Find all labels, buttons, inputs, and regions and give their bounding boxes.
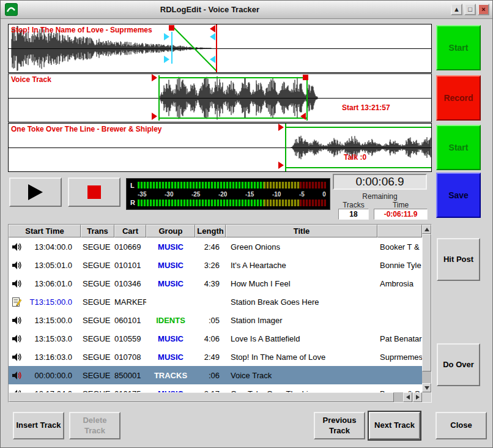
table-row[interactable]: 13:17:04.0SEGUE010175MUSIC3:17One Toke O…	[9, 384, 422, 392]
cell-title: Station Imager	[226, 316, 377, 325]
scroll-up-button[interactable]	[422, 225, 431, 234]
table-row[interactable]: T13:15:00.0SEGUEMARKERStation Break Goes…	[9, 293, 422, 311]
cell-length: 2:46	[195, 242, 226, 252]
column-header[interactable]: Group	[146, 225, 195, 237]
remaining-time-value: -0:06:11.9	[374, 209, 428, 220]
talk-end-marker[interactable]	[210, 56, 215, 63]
insert-track-button[interactable]: Insert Track	[13, 412, 64, 439]
segue-end-marker[interactable]	[210, 25, 215, 32]
voice-end-marker[interactable]	[300, 113, 306, 120]
column-header[interactable]	[377, 225, 422, 237]
talk-marker-line[interactable]	[171, 32, 172, 64]
cell-group: MUSIC	[146, 334, 195, 343]
start-track3-button[interactable]: Start	[436, 125, 481, 170]
cell-start: 13:05:01.0	[24, 261, 81, 270]
cell-group: MUSIC	[146, 353, 195, 362]
table-row[interactable]: 13:15:00.0SEGUE060101IDENTS:05Station Im…	[9, 311, 422, 329]
vertical-scrollbar[interactable]	[422, 225, 431, 392]
column-header[interactable]: Length	[195, 225, 226, 237]
cell-group: MUSIC	[146, 279, 195, 288]
horizontal-scrollbar[interactable]	[9, 392, 422, 402]
cell-trans: SEGUE	[81, 261, 114, 270]
table-row[interactable]: 13:04:00.0SEGUE010669MUSIC2:46Green Onio…	[9, 237, 422, 256]
horizontal-scrollbar-thumb[interactable]	[9, 392, 394, 402]
column-header[interactable]: Title	[226, 225, 377, 237]
voice-start-marker[interactable]	[152, 113, 157, 120]
talk-end-marker[interactable]	[210, 33, 215, 40]
table-row[interactable]: 13:06:01.0SEGUE010346MUSIC4:39How Much I…	[9, 274, 422, 293]
segue-marker-line[interactable]	[216, 24, 217, 72]
close-button[interactable]: Close	[436, 412, 487, 439]
table-row[interactable]: 00:00:00.0SEGUE850001TRACKS:06Voice Trac…	[9, 366, 422, 384]
cell-start: T13:15:00.0	[24, 297, 81, 307]
cell-trans: SEGUE	[81, 334, 114, 343]
log-list: Start TimeTransCartGroupLengthTitle 13:0…	[8, 224, 432, 403]
table-row[interactable]: 13:05:01.0SEGUE010101MUSIC3:26It's A Hea…	[9, 256, 422, 274]
cell-group: IDENTS	[146, 316, 195, 325]
table-row[interactable]: 13:16:03.0SEGUE010708MUSIC2:49Stop! In T…	[9, 348, 422, 366]
cell-cart: MARKER	[114, 297, 146, 307]
close-window-button[interactable]: ×	[478, 4, 489, 15]
next-start-line[interactable]	[285, 124, 286, 171]
stop-button[interactable]	[68, 177, 120, 207]
segue-start-marker[interactable]	[169, 25, 174, 31]
next-track-button[interactable]: Next Track	[369, 412, 420, 439]
scroll-right-button[interactable]	[413, 392, 422, 402]
remaining-tracks-label: Tracks	[338, 201, 369, 209]
cell-group: MUSIC	[146, 242, 195, 252]
column-header[interactable]: Cart	[114, 225, 146, 237]
meter-left-label: L	[130, 182, 135, 189]
column-header[interactable]: Start Time	[9, 225, 81, 237]
start-track1-button[interactable]: Start	[436, 25, 481, 70]
next-start-marker[interactable]	[278, 124, 284, 131]
cell-trans: SEGUE	[81, 279, 114, 288]
meter-right-bar	[138, 200, 326, 206]
track-panel-2[interactable]: Voice Track Start 13:21:57	[8, 73, 432, 122]
meter-scale-tick: 0	[322, 191, 326, 198]
vertical-scrollbar-thumb[interactable]	[422, 234, 431, 371]
cell-title: Station Break Goes Here	[226, 297, 377, 307]
talk-start-marker[interactable]	[164, 56, 169, 63]
previous-track-button[interactable]: Previous Track	[314, 412, 365, 439]
cell-cart: 010708	[114, 353, 146, 362]
cell-trans: SEGUE	[81, 353, 114, 362]
next-start-marker[interactable]	[278, 162, 284, 169]
voice-end-marker[interactable]	[303, 75, 308, 80]
hit-post-button[interactable]: Hit Post	[437, 238, 480, 281]
voice-start-line[interactable]	[158, 75, 160, 121]
maximize-window-button[interactable]: □	[464, 4, 476, 15]
do-over-button[interactable]: Do Over	[437, 343, 480, 386]
meter-scale-tick: -20	[218, 191, 227, 198]
scroll-down-button[interactable]	[422, 383, 431, 392]
scroll-left-button[interactable]	[403, 392, 412, 402]
right-arrow-icon	[416, 395, 420, 400]
track2-midline	[9, 98, 431, 99]
speaker-icon	[9, 278, 24, 289]
save-button[interactable]: Save	[436, 173, 481, 218]
voice-end-line[interactable]	[306, 75, 308, 121]
record-button[interactable]: Record	[436, 75, 481, 121]
track1-title: Stop! In The Name of Love - Suprmemes	[11, 26, 152, 34]
column-header[interactable]: Trans	[81, 225, 114, 237]
speaker-icon	[9, 334, 24, 344]
window-title: RDLogEdit - Voice Tracker	[1, 1, 492, 19]
cell-start: 13:16:03.0	[24, 353, 81, 362]
cell-artist: Suprmemes	[377, 353, 422, 362]
scrollbar-corner	[422, 392, 431, 402]
meter-scale-tick: -15	[245, 191, 254, 198]
cell-group: TRACKS	[146, 371, 195, 380]
track-panel-1[interactable]: Stop! In The Name of Love - Suprmemes	[8, 24, 432, 73]
cell-trans: SEGUE	[81, 242, 114, 252]
title-bar: RDLogEdit - Voice Tracker ▲ □ ×	[1, 1, 492, 19]
meter-scale-tick: -35	[138, 191, 146, 198]
talk-start-marker[interactable]	[164, 33, 169, 40]
cell-length: :05	[195, 316, 226, 325]
speaker-icon	[9, 315, 24, 326]
play-button[interactable]	[9, 177, 62, 207]
table-row[interactable]: 13:15:03.0SEGUE010559MUSIC4:06Love Is A …	[9, 329, 422, 348]
track-panel-3[interactable]: One Toke Over The Line - Brewer & Shiple…	[8, 123, 432, 172]
shade-window-button[interactable]: ▲	[451, 4, 462, 15]
voice-start-marker[interactable]	[152, 74, 157, 81]
cell-trans: SEGUE	[81, 371, 114, 380]
speaker-icon	[9, 352, 24, 362]
